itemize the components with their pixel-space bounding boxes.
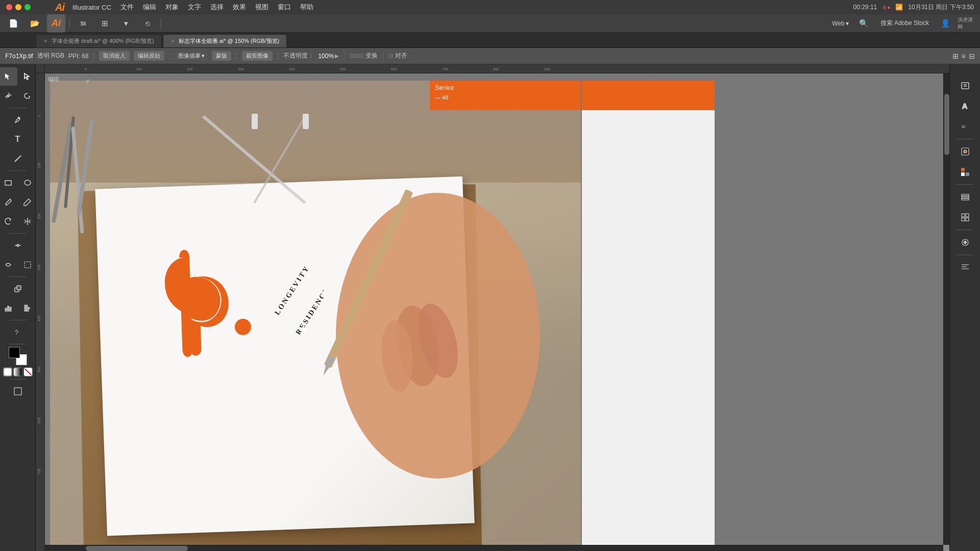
svg-text:400: 400 xyxy=(289,67,295,71)
opacity-arrow[interactable]: ▶ xyxy=(335,53,339,59)
scrollbar-vertical[interactable] xyxy=(943,73,949,545)
menu-edit[interactable]: 编辑 xyxy=(139,2,160,13)
search-icon[interactable]: 🔍 xyxy=(855,14,873,33)
appearance-btn[interactable]: A xyxy=(956,97,974,115)
tab-1[interactable]: ✕ 字体全能番 draft.ai* @ 400% (RGB/预览) xyxy=(36,34,162,47)
menu-view[interactable]: 视图 xyxy=(251,2,273,13)
svg-rect-74 xyxy=(962,196,969,198)
align-panel-right-btn[interactable] xyxy=(956,258,974,277)
rotate-tool[interactable] xyxy=(0,212,17,231)
panel-btn[interactable]: ⊟ xyxy=(969,52,975,60)
image-trace-dropdown[interactable]: 图像描摹▾ xyxy=(175,52,208,60)
artboards-btn[interactable] xyxy=(956,208,974,227)
align-panel-btn[interactable]: ⊡ 对齐 xyxy=(388,52,407,60)
opacity-label: 不透明度： xyxy=(283,52,314,60)
reflect-tool[interactable] xyxy=(18,212,36,231)
menu-illustrator[interactable]: Illustrator CC xyxy=(68,3,115,12)
minimize-button[interactable] xyxy=(15,4,21,10)
slice-tool[interactable]: ? xyxy=(9,323,27,341)
select-tools xyxy=(0,67,36,86)
paintbrush-tool[interactable] xyxy=(0,193,17,211)
text-tool[interactable]: T xyxy=(9,130,27,148)
foreground-color[interactable] xyxy=(9,347,20,358)
layers-btn[interactable] xyxy=(956,188,974,206)
search-label[interactable]: 搜索 Adobe Stock xyxy=(876,18,933,29)
wheel-icon[interactable]: ⎋ xyxy=(138,14,157,33)
sep1 xyxy=(9,108,27,108)
swatches-btn[interactable] xyxy=(956,163,974,181)
svg-text:300: 300 xyxy=(238,67,244,71)
svg-marker-50 xyxy=(320,356,335,378)
normal-mode[interactable] xyxy=(3,367,12,377)
artboard-tool[interactable] xyxy=(9,382,27,400)
menu-select[interactable]: 选择 xyxy=(206,2,228,13)
canvas-area[interactable]: 0 100 200 300 400 500 600 700 800 900 0 … xyxy=(36,64,949,551)
layout-icon[interactable]: ⊞ xyxy=(95,14,114,33)
color-swatches[interactable] xyxy=(9,347,27,365)
traffic-lights[interactable] xyxy=(6,4,31,10)
color-btn[interactable] xyxy=(956,142,974,161)
menu-text[interactable]: 文字 xyxy=(184,2,205,13)
maximize-button[interactable] xyxy=(24,4,31,10)
sep2 xyxy=(169,52,170,60)
svg-point-6 xyxy=(24,180,31,185)
edit-original-btn[interactable]: 编辑原始 xyxy=(134,51,164,61)
character-btn[interactable]: ≈ xyxy=(956,117,974,136)
ai-icon[interactable]: Ai xyxy=(47,14,65,33)
warp-tool[interactable] xyxy=(0,256,17,274)
crop-btn[interactable]: 裁剪图像 xyxy=(242,51,273,61)
tab-2[interactable]: ✕ 标志字体全能番.ai* @ 150% (RGB/预览) xyxy=(163,34,287,47)
view-controls: ⊞ ≡ ⊟ xyxy=(952,52,975,60)
tab-label-2: 标志字体全能番.ai* @ 150% (RGB/预览) xyxy=(179,37,280,45)
new-doc-icon[interactable]: 📄 xyxy=(4,14,22,33)
rect-tool[interactable] xyxy=(0,173,17,192)
cancel-embed-btn[interactable]: 取消嵌入 xyxy=(99,51,130,61)
scroll-thumb-horizontal[interactable] xyxy=(86,546,188,551)
date-time: 10月31日 周日 下午3:50 xyxy=(908,3,974,12)
open-icon[interactable]: 📂 xyxy=(26,14,44,33)
scrollbar-horizontal[interactable] xyxy=(45,545,943,551)
color-mode-row xyxy=(3,367,33,377)
line-tool[interactable] xyxy=(9,149,27,168)
bridge-icon[interactable]: St xyxy=(74,14,92,33)
mask-btn[interactable]: 蒙版 xyxy=(212,51,231,61)
bar-graph-tool[interactable] xyxy=(18,299,36,317)
transform-panel-btn[interactable]: ⊡⊡⊡ 变换 xyxy=(350,52,378,60)
tab-close-1[interactable]: ✕ xyxy=(43,38,47,44)
svg-text:700: 700 xyxy=(37,468,41,474)
profile-icon[interactable]: 👤 xyxy=(936,14,954,33)
pen-tool[interactable] xyxy=(9,111,27,129)
scroll-thumb-vertical[interactable] xyxy=(944,94,949,155)
workspace-dropdown[interactable]: Web ▾ xyxy=(829,19,851,28)
list-view-btn[interactable]: ≡ xyxy=(962,52,966,60)
width-tool[interactable] xyxy=(9,236,27,255)
layout-arrow[interactable]: ▾ xyxy=(117,14,135,33)
sep2 xyxy=(957,184,974,185)
gradient-mode[interactable] xyxy=(13,367,22,377)
svg-point-9 xyxy=(17,244,19,246)
close-button[interactable] xyxy=(6,4,12,10)
menu-object[interactable]: 对象 xyxy=(161,2,183,13)
svg-rect-21 xyxy=(14,388,21,395)
sep1 xyxy=(957,139,974,139)
menu-window[interactable]: 窗口 xyxy=(274,2,295,13)
opacity-control[interactable]: 100% ▶ xyxy=(318,53,339,60)
cc-libraries-btn[interactable] xyxy=(956,233,974,252)
none-mode[interactable] xyxy=(23,367,33,377)
menu-effect[interactable]: 效果 xyxy=(229,2,250,13)
direct-select-tool[interactable] xyxy=(18,67,36,86)
menu-help[interactable]: 帮助 xyxy=(296,2,317,13)
tab-close-2[interactable]: ✕ xyxy=(170,38,175,44)
menu-file[interactable]: 文件 xyxy=(116,2,138,13)
select-tool[interactable] xyxy=(0,67,17,86)
pencil-tool[interactable] xyxy=(18,193,36,211)
lasso-tool[interactable] xyxy=(18,87,36,105)
magic-wand-tool[interactable] xyxy=(0,87,17,105)
magic-tools xyxy=(0,87,36,105)
grid-view-btn[interactable]: ⊞ xyxy=(952,52,959,60)
symbol-sprayer[interactable] xyxy=(9,280,27,298)
column-graph-tool[interactable] xyxy=(0,299,17,317)
properties-btn[interactable] xyxy=(956,77,974,95)
ellipse-tool[interactable] xyxy=(18,173,36,192)
free-transform-tool[interactable] xyxy=(18,256,36,274)
